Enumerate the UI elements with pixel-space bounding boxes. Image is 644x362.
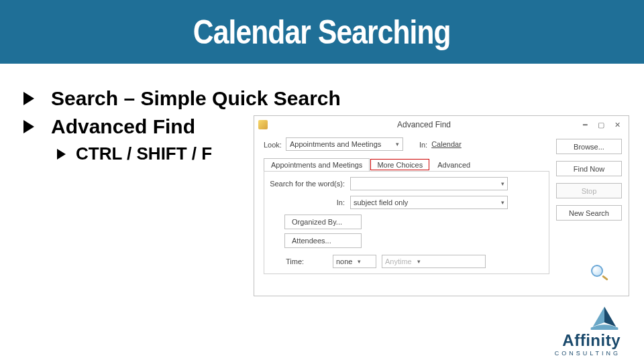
look-label: Look: [264, 139, 282, 149]
in-label: In: [419, 139, 427, 149]
attendees-button[interactable]: Attendees... [284, 233, 362, 248]
triangle-bullet-icon [57, 149, 66, 160]
chevron-down-icon: ▾ [417, 258, 421, 265]
time-row: Time: none ▾ Anytime ▾ [270, 255, 543, 268]
in-field-row: In: subject field only ▾ [270, 196, 543, 209]
window-title: Advanced Find [270, 120, 578, 129]
slide-title: Calendar Searching [193, 13, 451, 52]
in-value-link[interactable]: Calendar [431, 140, 549, 148]
maximize-button[interactable]: ▢ [594, 119, 608, 131]
time-range-value: Anytime [385, 257, 412, 265]
in-field-label: In: [270, 198, 350, 206]
window-titlebar: Advanced Find ━ ▢ ✕ [254, 116, 629, 133]
attendees-label: Attendees... [292, 237, 331, 245]
chevron-down-icon: ▾ [358, 258, 361, 265]
sub-bullet-1-text: CTRL / SHIFT / F [76, 143, 212, 164]
tab-more-choices[interactable]: More Choices [370, 158, 430, 171]
in-field-value: subject field only [354, 198, 408, 206]
magnifier-icon [590, 263, 610, 284]
time-value: none [336, 257, 352, 265]
chevron-down-icon: ▾ [501, 199, 504, 206]
minimize-button[interactable]: ━ [578, 119, 592, 131]
close-button[interactable]: ✕ [610, 119, 625, 131]
bullet-1: Search – Simple Quick Search [23, 87, 359, 110]
bullet-1-text: Search – Simple Quick Search [51, 87, 341, 110]
brand-sub: CONSULTING [555, 350, 621, 357]
side-buttons: Browse... Find Now Stop New Search [556, 139, 622, 221]
triangle-bullet-icon [23, 120, 34, 133]
organized-by-button[interactable]: Organized By... [284, 215, 362, 229]
title-bar: Calendar Searching [0, 0, 644, 64]
stop-button[interactable]: Stop [556, 183, 622, 198]
look-value: Appointments and Meetings [290, 138, 381, 150]
browse-button[interactable]: Browse... [556, 139, 622, 154]
tab-appointments[interactable]: Appointments and Meetings [264, 158, 370, 171]
brand-logo: Affinity CONSULTING [555, 306, 621, 357]
chevron-down-icon: ▾ [501, 180, 504, 187]
chevron-down-icon: ▾ [392, 138, 399, 150]
advanced-find-window: Advanced Find ━ ▢ ✕ Look: Appointments a… [254, 115, 629, 296]
app-icon [258, 120, 268, 129]
window-controls: ━ ▢ ✕ [578, 119, 625, 131]
search-panel: Search for the word(s): ▾ In: subject fi… [264, 171, 549, 274]
time-select[interactable]: none ▾ [333, 255, 376, 268]
brand-name: Affinity [555, 331, 621, 350]
organized-by-label: Organized By... [292, 218, 342, 226]
search-label: Search for the word(s): [270, 180, 350, 188]
tab-advanced[interactable]: Advanced [430, 158, 478, 171]
time-range-select[interactable]: Anytime ▾ [382, 255, 486, 268]
search-input[interactable]: ▾ [350, 177, 508, 190]
new-search-button[interactable]: New Search [556, 205, 622, 221]
find-now-button[interactable]: Find Now [556, 161, 622, 176]
triangle-bullet-icon [23, 92, 34, 105]
look-select[interactable]: Appointments and Meetings ▾ [286, 137, 403, 151]
bullet-2-text: Advanced Find [51, 115, 195, 138]
in-field-select[interactable]: subject field only ▾ [350, 196, 508, 209]
search-words-row: Search for the word(s): ▾ [270, 177, 543, 190]
sail-icon [588, 306, 621, 330]
time-label: Time: [286, 257, 327, 265]
